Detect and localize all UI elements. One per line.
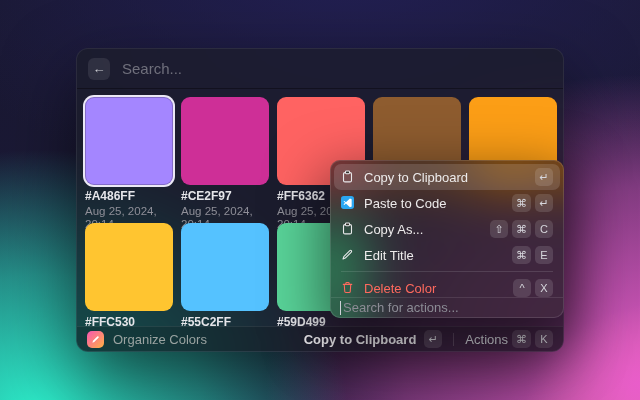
shortcut-key: ⌘ <box>512 246 531 264</box>
search-header: ← Search... <box>77 49 563 89</box>
actions-button[interactable]: Actions ⌘K <box>465 330 553 348</box>
return-key: ↵ <box>424 330 442 348</box>
text-cursor <box>340 301 341 315</box>
shortcut-key: X <box>535 279 553 297</box>
color-hex-label: #FFC530 <box>85 316 173 326</box>
color-hex-label: #A486FF <box>85 190 173 203</box>
arrow-left-icon: ← <box>93 61 106 76</box>
action-menu: Copy to Clipboard ↵ Paste to Code ⌘↵ Cop… <box>330 160 564 318</box>
footer-bar: Organize Colors Copy to Clipboard ↵ Acti… <box>77 326 563 351</box>
color-item[interactable]: #FFC530 <box>85 223 173 326</box>
shortcut-key: K <box>535 330 553 348</box>
shortcut-key: ⇧ <box>490 220 508 238</box>
organize-colors-app-icon <box>87 331 104 348</box>
shortcut-key: ⌘ <box>512 220 531 238</box>
menu-item[interactable]: Copy to Clipboard ↵ <box>334 164 560 190</box>
app-name: Organize Colors <box>113 332 296 347</box>
action-search-placeholder: Search for actions... <box>343 300 459 315</box>
shortcut-key: C <box>535 220 553 238</box>
clipboard-icon <box>341 170 355 184</box>
shortcut-key: ^ <box>513 279 531 297</box>
trash-icon <box>341 281 355 295</box>
vscode-icon <box>341 196 355 210</box>
pencil-icon <box>341 248 355 262</box>
shortcut-key: ↵ <box>535 168 553 186</box>
color-swatch[interactable] <box>85 223 173 311</box>
action-search-input[interactable]: Search for actions... <box>331 297 563 317</box>
clipboard-icon <box>341 222 355 236</box>
footer-divider <box>453 333 454 346</box>
menu-item[interactable]: Paste to Code ⌘↵ <box>334 190 560 216</box>
menu-divider <box>341 271 553 272</box>
color-swatch[interactable] <box>181 97 269 185</box>
search-input[interactable]: Search... <box>122 60 182 77</box>
action-menu-list: Copy to Clipboard ↵ Paste to Code ⌘↵ Cop… <box>331 161 563 297</box>
menu-item[interactable]: Delete Color ^X <box>334 275 560 297</box>
color-item[interactable]: #55C2FF <box>181 223 269 326</box>
color-item[interactable]: #CE2F97 Aug 25, 2024, 20:14 <box>181 97 269 219</box>
shortcut-key: ⌘ <box>512 330 531 348</box>
menu-item[interactable]: Copy As... ⇧⌘C <box>334 216 560 242</box>
shortcut-key: ⌘ <box>512 194 531 212</box>
color-swatch[interactable] <box>181 223 269 311</box>
menu-item[interactable]: Edit Title ⌘E <box>334 242 560 268</box>
shortcut-key: E <box>535 246 553 264</box>
color-item[interactable]: #A486FF Aug 25, 2024, 20:14 <box>85 97 173 219</box>
back-button[interactable]: ← <box>88 58 110 80</box>
color-hex-label: #CE2F97 <box>181 190 269 203</box>
color-swatch[interactable] <box>85 97 173 185</box>
color-hex-label: #55C2FF <box>181 316 269 326</box>
actions-button-label: Actions <box>465 332 508 347</box>
shortcut-key: ↵ <box>535 194 553 212</box>
primary-action-label[interactable]: Copy to Clipboard <box>304 332 417 347</box>
